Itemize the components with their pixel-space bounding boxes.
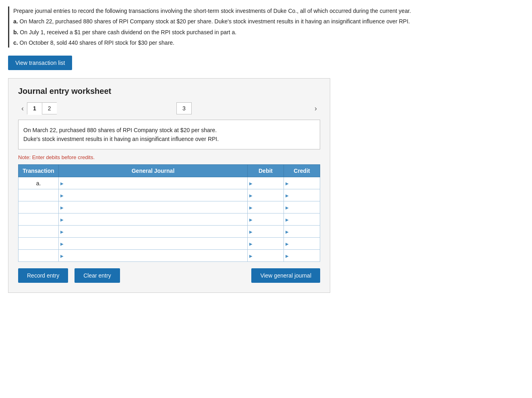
col-header-credit: Credit [284, 165, 320, 177]
debit-cell[interactable] [248, 214, 284, 226]
general-journal-cell[interactable] [59, 189, 248, 201]
general-journal-cell[interactable] [59, 177, 248, 189]
transaction-a: a. On March 22, purchased 880 shares of … [13, 17, 524, 26]
table-row [19, 250, 320, 262]
debit-cell[interactable] [248, 250, 284, 262]
general-journal-cell[interactable] [59, 226, 248, 238]
tab-navigation: ‹ 1 2 3 › [18, 102, 320, 115]
credit-cell[interactable] [284, 201, 320, 214]
note-text: Note: Enter debits before credits. [18, 154, 320, 160]
debit-cell[interactable] [248, 201, 284, 214]
table-row [19, 189, 320, 201]
tab-next-button[interactable]: › [311, 103, 320, 114]
credit-cell[interactable] [284, 189, 320, 201]
transaction-cell[interactable] [19, 201, 59, 214]
tab-3[interactable]: 3 [176, 102, 192, 114]
credit-cell[interactable] [284, 250, 320, 262]
clear-entry-button[interactable]: Clear entry [75, 268, 120, 283]
tab-prev-button[interactable]: ‹ [18, 103, 27, 114]
table-row: a. [19, 177, 320, 189]
table-row [19, 226, 320, 238]
col-header-debit: Debit [248, 165, 284, 177]
transaction-cell[interactable]: a. [19, 177, 59, 189]
journal-table: Transaction General Journal Debit Credit… [18, 164, 320, 262]
transaction-description: On March 22, purchased 880 shares of RPI… [18, 120, 320, 150]
general-journal-cell[interactable] [59, 201, 248, 214]
record-entry-button[interactable]: Record entry [18, 268, 68, 283]
instructions-intro: Prepare journal entries to record the fo… [13, 6, 524, 15]
action-buttons: Record entry Clear entry View general jo… [18, 268, 320, 283]
general-journal-cell[interactable] [59, 250, 248, 262]
transaction-cell[interactable] [19, 214, 59, 226]
instructions-block: Prepare journal entries to record the fo… [8, 6, 524, 48]
worksheet-title: Journal entry worksheet [18, 87, 320, 96]
credit-cell[interactable] [284, 214, 320, 226]
journal-entry-worksheet: Journal entry worksheet ‹ 1 2 3 › On Mar… [8, 78, 330, 293]
general-journal-cell[interactable] [59, 214, 248, 226]
table-row [19, 214, 320, 226]
col-header-transaction: Transaction [19, 165, 59, 177]
tab-2[interactable]: 2 [42, 102, 57, 114]
view-general-journal-button[interactable]: View general journal [251, 268, 320, 283]
debit-cell[interactable] [248, 226, 284, 238]
credit-cell[interactable] [284, 177, 320, 189]
transaction-cell[interactable] [19, 250, 59, 262]
transaction-cell[interactable] [19, 238, 59, 250]
col-header-general-journal: General Journal [59, 165, 248, 177]
view-transaction-list-button[interactable]: View transaction list [8, 56, 72, 70]
transaction-b: b. On July 1, received a $1 per share ca… [13, 28, 524, 37]
credit-cell[interactable] [284, 238, 320, 250]
debit-cell[interactable] [248, 189, 284, 201]
transaction-cell[interactable] [19, 226, 59, 238]
debit-cell[interactable] [248, 177, 284, 189]
debit-cell[interactable] [248, 238, 284, 250]
credit-cell[interactable] [284, 226, 320, 238]
tab-1[interactable]: 1 [27, 102, 42, 115]
transaction-c: c. On October 8, sold 440 shares of RPI … [13, 38, 524, 47]
general-journal-cell[interactable] [59, 238, 248, 250]
table-row [19, 238, 320, 250]
table-row [19, 201, 320, 214]
transaction-cell[interactable] [19, 189, 59, 201]
